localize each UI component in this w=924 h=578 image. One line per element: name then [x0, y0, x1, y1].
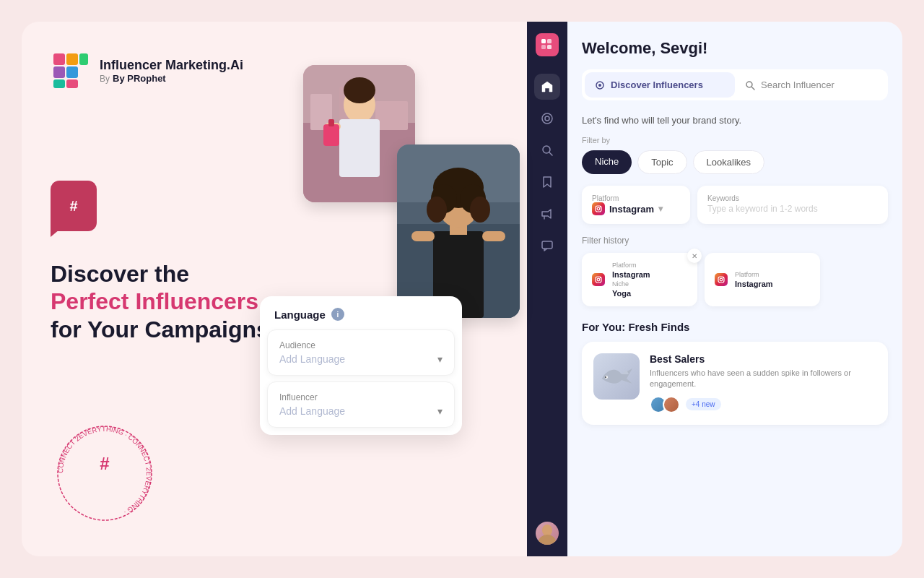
svg-point-45 — [539, 535, 556, 545]
language-title: Language — [274, 309, 326, 321]
hashtag-symbol: # — [69, 198, 77, 215]
svg-point-48 — [746, 82, 752, 87]
svg-rect-16 — [339, 119, 380, 177]
sidebar-item-search[interactable] — [534, 137, 560, 163]
audience-chevron-icon: ▾ — [437, 353, 443, 365]
svg-rect-14 — [375, 101, 408, 130]
finds-avatars: +4 new — [650, 396, 876, 413]
logo-icon — [51, 51, 91, 91]
svg-rect-19 — [323, 124, 339, 146]
find-story-text: Let's find who will tell your brand stor… — [582, 115, 888, 126]
sidebar-logo — [536, 33, 559, 56]
info-icon[interactable]: i — [331, 308, 344, 321]
welcome-title: Welcome, Sevgi! — [582, 39, 888, 58]
svg-rect-34 — [541, 39, 546, 43]
svg-rect-36 — [541, 45, 546, 49]
platform-select[interactable]: Platform Instagram ▾ — [582, 186, 690, 224]
audience-dropdown[interactable]: Audience Add Language ▾ — [267, 329, 455, 376]
filter-pills: Niche Topic Lookalikes — [582, 150, 888, 174]
left-section: Influencer Marketing.Ai By By PRophet # … — [22, 22, 332, 556]
influencer-add-language: Add Language — [279, 405, 345, 417]
tab-search-influencer[interactable]: Search Influencer — [735, 72, 885, 98]
svg-line-41 — [549, 152, 552, 155]
influencer-dropdown[interactable]: Influencer Add Language ▾ — [267, 381, 455, 428]
h2-platform-label: Platform — [735, 271, 773, 278]
finds-new-badge: +4 new — [686, 398, 721, 410]
platform-value: Instagram — [609, 204, 654, 215]
h2-platform-value: Instagram — [735, 280, 773, 288]
h1-platform-value: Instagram — [612, 270, 650, 279]
finds-avatar-2 — [663, 396, 680, 413]
h1-platform-label: Platform — [612, 262, 637, 269]
sidebar-item-home[interactable] — [534, 74, 560, 100]
user-avatar[interactable] — [536, 522, 559, 545]
keywords-label: Keywords — [707, 194, 878, 202]
circle-badge: CONNECT 2EVERYTHING · CONNECT 2EVERYTHIN… — [51, 419, 159, 527]
platform-chevron-icon: ▾ — [658, 204, 663, 214]
tab-discover-influencers[interactable]: Discover Influencers — [585, 72, 735, 98]
svg-text:#: # — [100, 454, 109, 473]
svg-point-17 — [344, 77, 375, 103]
finds-image — [593, 353, 640, 400]
logo-text: Influencer Marketing.Ai By By PRophet — [100, 58, 243, 85]
svg-rect-5 — [53, 79, 65, 88]
svg-rect-4 — [66, 66, 78, 78]
platform-label: Platform — [592, 194, 663, 202]
language-overlay: Language i Audience Add Language ▾ Influ… — [260, 296, 462, 435]
svg-point-38 — [542, 113, 552, 124]
headline-line1: Discover the — [51, 260, 303, 288]
svg-point-57 — [720, 278, 723, 281]
prophet-brand: By PRophet — [113, 73, 166, 84]
hashtag-badge: # — [51, 181, 97, 231]
svg-rect-0 — [53, 53, 65, 65]
logo-area: Influencer Marketing.Ai By By PRophet — [51, 51, 303, 91]
sidebar-item-bookmarks[interactable] — [534, 169, 560, 195]
keyword-input[interactable]: Keywords Type a keyword in 1-2 words — [697, 186, 888, 224]
h1-niche-value: Yoga — [612, 289, 650, 298]
finds-card-title: Best Salers — [650, 353, 876, 365]
svg-point-54 — [597, 278, 600, 281]
svg-rect-1 — [66, 53, 78, 65]
h1-niche-label: Niche — [612, 280, 650, 288]
svg-point-55 — [600, 277, 601, 278]
svg-point-39 — [545, 116, 549, 121]
svg-rect-35 — [547, 39, 552, 43]
fresh-finds-title: For You: Fresh Finds — [582, 321, 888, 333]
audience-label: Audience — [279, 340, 443, 350]
svg-point-47 — [598, 84, 601, 87]
svg-rect-20 — [328, 119, 334, 126]
svg-rect-32 — [411, 231, 435, 241]
tab-bar: Discover Influencers Search Influencer — [582, 69, 888, 100]
svg-rect-43 — [542, 241, 552, 249]
instagram-icon — [592, 202, 605, 215]
svg-rect-6 — [66, 79, 78, 88]
filter-row: Platform Instagram ▾ — [582, 186, 888, 224]
svg-rect-3 — [53, 66, 65, 78]
history-ig-icon-1 — [592, 273, 605, 286]
main-content: Welcome, Sevgi! Discover Influencers Sea… — [567, 22, 902, 556]
svg-point-51 — [597, 207, 600, 210]
sidebar-item-messages[interactable] — [534, 233, 560, 259]
svg-point-31 — [470, 197, 490, 223]
app-title: Influencer Marketing.Ai — [100, 58, 243, 74]
influencer-label: Influencer — [279, 392, 443, 402]
svg-point-52 — [600, 207, 601, 207]
svg-rect-2 — [79, 53, 88, 65]
filter-pill-niche[interactable]: Niche — [582, 150, 632, 174]
sidebar-item-campaigns[interactable] — [534, 105, 560, 131]
filter-by-label: Filter by — [582, 136, 888, 144]
history-close-btn[interactable]: ✕ — [687, 249, 702, 263]
audience-add-language: Add Language — [279, 353, 345, 365]
sidebar-item-megaphone[interactable] — [534, 201, 560, 227]
filter-pill-topic[interactable]: Topic — [637, 150, 687, 174]
svg-point-58 — [723, 277, 723, 278]
app-subtitle: By By PRophet — [100, 73, 243, 84]
history-ig-icon-2 — [715, 273, 728, 286]
finds-card: Best Salers Influencers who have seen a … — [582, 342, 888, 425]
svg-line-49 — [752, 87, 755, 90]
svg-point-44 — [542, 525, 552, 536]
sidebar — [527, 22, 567, 556]
main-card: Influencer Marketing.Ai By By PRophet # … — [22, 22, 902, 556]
finds-card-desc: Influencers who have seen a sudden spike… — [650, 368, 876, 390]
filter-pill-lookalikes[interactable]: Lookalikes — [693, 150, 764, 174]
